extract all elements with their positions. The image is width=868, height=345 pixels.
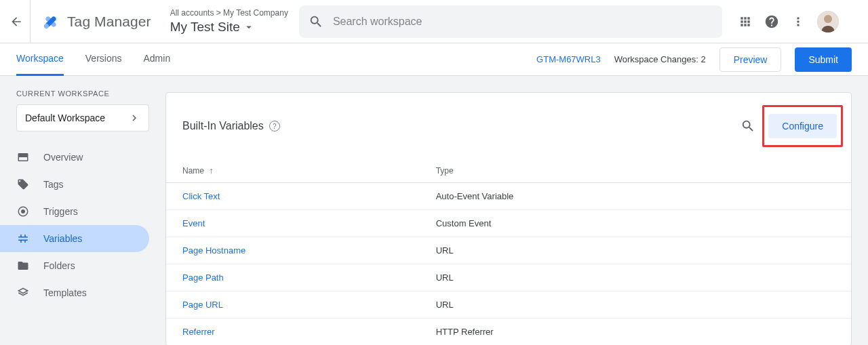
sidebar-item-label: Variables [43, 233, 82, 244]
configure-highlight: Configure [762, 105, 843, 147]
container-dropdown[interactable]: My Test Site [170, 20, 288, 35]
variable-type: Auto-Event Variable [420, 183, 851, 210]
current-workspace-label: CURRENT WORKSPACE [0, 89, 165, 104]
chevron-right-icon [128, 112, 140, 124]
workspace-dropdown[interactable]: Default Workspace [16, 104, 149, 131]
variable-name[interactable]: Page Hostname [166, 237, 420, 264]
table-row[interactable]: Page HostnameURL [166, 237, 851, 264]
sidebar-item-label: Overview [43, 152, 83, 163]
back-button[interactable] [8, 14, 24, 30]
search-variables-icon[interactable] [741, 119, 755, 134]
variable-type: HTTP Referrer [420, 319, 851, 346]
divider [30, 0, 31, 43]
help-icon[interactable] [764, 14, 779, 29]
sidebar-item-label: Tags [43, 179, 64, 190]
svg-point-4 [824, 15, 832, 23]
folder-icon [16, 259, 30, 272]
sidebar-item-label: Triggers [43, 206, 78, 217]
tab-versions[interactable]: Versions [85, 43, 122, 76]
variable-name[interactable]: Event [166, 210, 420, 237]
variable-type: URL [420, 237, 851, 264]
variable-type: URL [420, 291, 851, 319]
table-row[interactable]: Page PathURL [166, 264, 851, 291]
svg-point-6 [21, 209, 25, 214]
variable-icon [16, 232, 30, 245]
tab-workspace[interactable]: Workspace [16, 43, 64, 76]
table-row[interactable]: Click TextAuto-Event Variable [166, 183, 851, 210]
sidebar-item-label: Templates [43, 287, 87, 298]
sidebar-item-triggers[interactable]: Triggers [0, 198, 149, 225]
search-icon [309, 14, 323, 29]
sort-asc-icon: ↑ [209, 166, 213, 176]
tag-icon [16, 178, 30, 191]
table-row[interactable]: ReferrerHTTP Referrer [166, 319, 851, 346]
avatar[interactable] [817, 11, 839, 33]
sidebar-item-folders[interactable]: Folders [0, 252, 149, 279]
column-name[interactable]: Name ↑ [166, 159, 420, 183]
breadcrumb[interactable]: All accounts > My Test Company [170, 8, 288, 19]
variable-type: Custom Event [420, 210, 851, 237]
container-id-link[interactable]: GTM-M67WRL3 [536, 54, 601, 64]
breadcrumb-accounts[interactable]: All accounts [170, 8, 214, 18]
target-icon [16, 205, 30, 218]
configure-button[interactable]: Configure [768, 114, 837, 138]
column-type[interactable]: Type [420, 159, 851, 183]
sidebar-item-templates[interactable]: Templates [0, 279, 149, 306]
table-row[interactable]: EventCustom Event [166, 210, 851, 237]
tab-admin[interactable]: Admin [143, 43, 170, 76]
search-box[interactable] [299, 5, 722, 38]
submit-button[interactable]: Submit [795, 47, 852, 72]
breadcrumb-account[interactable]: My Test Company [223, 8, 288, 18]
container-name: My Test Site [170, 20, 240, 35]
search-input[interactable] [333, 16, 713, 28]
variable-name[interactable]: Page URL [166, 291, 420, 319]
tag-manager-logo-icon [41, 12, 60, 31]
table-row[interactable]: Page URLURL [166, 291, 851, 319]
sidebar-item-variables[interactable]: Variables [0, 225, 149, 252]
variable-name[interactable]: Page Path [166, 264, 420, 291]
variable-name[interactable]: Referrer [166, 319, 420, 346]
sidebar-item-label: Folders [43, 260, 75, 271]
built-in-variables-title: Built-In Variables [182, 120, 264, 132]
apps-icon[interactable] [738, 15, 752, 28]
help-circle-icon[interactable]: ? [269, 121, 280, 131]
more-vert-icon[interactable] [791, 15, 805, 28]
template-icon [16, 286, 30, 300]
preview-button[interactable]: Preview [719, 47, 782, 72]
workspace-name: Default Workspace [25, 113, 105, 123]
credit-card-icon [16, 150, 30, 164]
sidebar-item-tags[interactable]: Tags [0, 171, 149, 198]
workspace-changes: Workspace Changes: 2 [614, 54, 706, 64]
chevron-down-icon [243, 21, 255, 33]
sidebar-item-overview[interactable]: Overview [0, 144, 149, 171]
variable-name[interactable]: Click Text [166, 183, 420, 210]
variable-type: URL [420, 264, 851, 291]
brand-title: Tag Manager [67, 14, 151, 30]
